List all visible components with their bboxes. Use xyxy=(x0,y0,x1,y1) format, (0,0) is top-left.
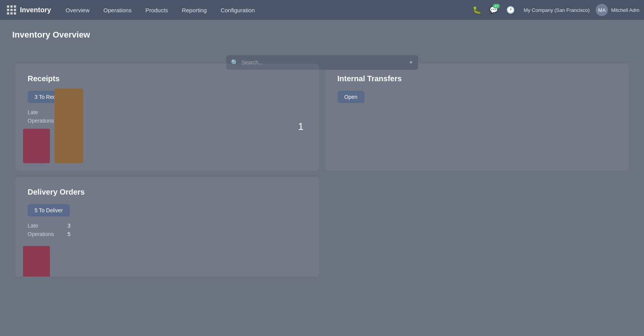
bug-report-icon[interactable]: 🐛 xyxy=(470,3,484,17)
internal-transfers-card: Internal Transfers Open xyxy=(325,64,629,171)
internal-transfers-button[interactable]: Open xyxy=(338,91,364,103)
nav-item-operations[interactable]: Operations xyxy=(97,0,138,20)
nav-item-overview[interactable]: Overview xyxy=(59,0,97,20)
page-content: Inventory Overview 🔍 ▼ Receipts 3 To Rec… xyxy=(0,20,644,289)
nav-items: Overview Operations Products Reporting C… xyxy=(59,0,470,20)
internal-transfers-title: Internal Transfers xyxy=(338,74,617,83)
delivery-ops-row: Operations 5 xyxy=(28,231,307,237)
receipts-title: Receipts xyxy=(28,74,307,83)
user-avatar[interactable]: MA xyxy=(596,4,608,16)
company-name: My Company (San Francisco) xyxy=(524,7,590,13)
receipts-chart-number: 1 xyxy=(298,121,303,133)
cards-grid: Receipts 3 To Receive Late 1 Operations … xyxy=(12,61,632,280)
user-menu[interactable]: Mitchell Adm xyxy=(611,7,639,13)
receipts-thumbnails xyxy=(23,89,83,163)
delivery-ops-label: Operations xyxy=(28,231,58,237)
delivery-thumbnails xyxy=(23,246,50,277)
receipts-card: Receipts 3 To Receive Late 1 Operations … xyxy=(15,64,319,171)
company-selector[interactable]: My Company (San Francisco) xyxy=(520,7,593,13)
page-title: Inventory Overview xyxy=(12,30,90,40)
topnav-right-area: 🐛 💬 47 🕐 My Company (San Francisco) MA M… xyxy=(470,3,639,17)
empty-quadrant xyxy=(322,174,632,280)
delivery-late-row: Late 3 xyxy=(28,223,307,229)
apps-menu-button[interactable] xyxy=(5,3,18,17)
delivery-late-value: 3 xyxy=(68,223,71,229)
delivery-stats: Late 3 Operations 5 xyxy=(28,223,307,237)
nav-item-configuration[interactable]: Configuration xyxy=(214,0,262,20)
user-name: Mitchell Adm xyxy=(611,7,639,13)
search-dropdown-icon[interactable]: ▼ xyxy=(409,60,413,65)
delivery-orders-card: Delivery Orders 5 To Deliver Late 3 Oper… xyxy=(15,177,319,277)
app-brand: Inventory xyxy=(20,6,51,14)
clock-icon[interactable]: 🕐 xyxy=(504,3,517,17)
apps-grid-icon xyxy=(7,5,16,15)
messages-badge: 47 xyxy=(493,4,500,8)
delivery-orders-title: Delivery Orders xyxy=(28,188,307,197)
nav-item-products[interactable]: Products xyxy=(138,0,175,20)
top-navigation: Inventory Overview Operations Products R… xyxy=(0,0,644,20)
nav-item-reporting[interactable]: Reporting xyxy=(175,0,214,20)
thumbnail-brown xyxy=(54,89,83,163)
messages-icon[interactable]: 💬 47 xyxy=(487,3,501,17)
delivery-orders-button[interactable]: 5 To Deliver xyxy=(28,204,70,216)
page-header: Inventory Overview 🔍 ▼ xyxy=(12,29,632,48)
delivery-ops-value: 5 xyxy=(68,231,71,237)
delivery-thumbnail-red xyxy=(23,246,50,277)
thumbnail-red xyxy=(23,129,50,163)
delivery-late-label: Late xyxy=(28,223,58,229)
